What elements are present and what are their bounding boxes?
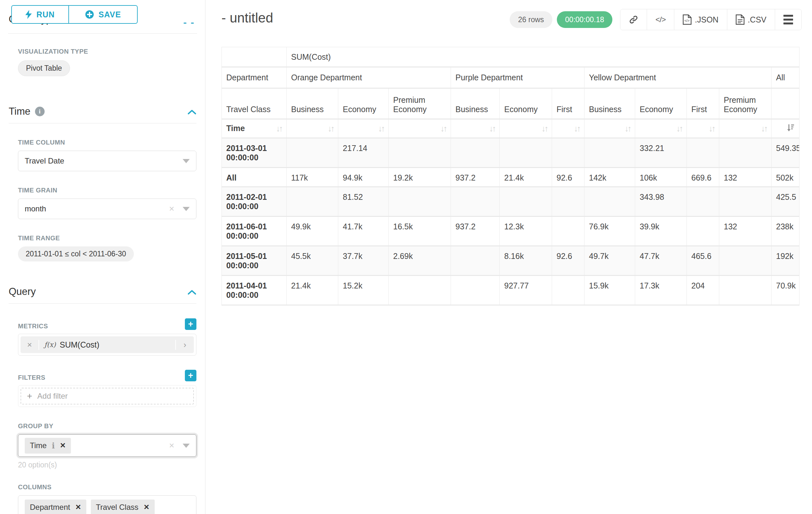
class-header: Economy bbox=[338, 88, 389, 119]
pivot-cell bbox=[287, 138, 338, 168]
view-query-button[interactable]: </> bbox=[647, 9, 674, 30]
metric-header: SUM(Cost) bbox=[287, 47, 800, 67]
pivot-cell bbox=[687, 217, 719, 246]
remove-tag-icon[interactable]: ✕ bbox=[75, 503, 81, 511]
chevron-down-icon bbox=[183, 444, 190, 448]
hamburger-icon bbox=[783, 15, 793, 24]
class-header: First bbox=[687, 88, 719, 119]
department-corner: Department bbox=[222, 67, 287, 88]
info-icon: i bbox=[52, 441, 55, 451]
add-filter-dropzone[interactable]: + Add filter bbox=[21, 388, 194, 404]
sort-cell: ↓↑ bbox=[389, 119, 451, 138]
panel-header: Chart Type RUN SAVE bbox=[0, 0, 205, 33]
class-header: Economy bbox=[635, 88, 687, 119]
pivot-cell: 49.7k bbox=[584, 246, 635, 276]
sort-icon[interactable]: ↓↑ bbox=[709, 124, 715, 134]
time-range-value[interactable]: 2011-01-01 ≤ col < 2011-06-30 bbox=[18, 246, 134, 262]
class-header: Business bbox=[584, 88, 635, 119]
pivot-cell: 132 bbox=[719, 217, 772, 246]
row-key: 2011-03-01 00:00:00 bbox=[222, 138, 287, 168]
remove-tag-icon[interactable]: ✕ bbox=[143, 503, 149, 511]
table-row: 2011-04-01 00:00:0021.4k15.2k927.7715.9k… bbox=[222, 276, 800, 305]
columns-select[interactable]: Department ✕ Travel Class ✕ × bbox=[18, 495, 196, 514]
remove-metric-icon[interactable]: × bbox=[21, 340, 39, 350]
sort-descending-icon[interactable] bbox=[786, 124, 795, 134]
sort-cell: ↓↑ bbox=[687, 119, 719, 138]
sort-icon[interactable]: ↓↑ bbox=[761, 124, 767, 134]
pivot-cell: 192k bbox=[772, 246, 800, 276]
pivot-cell bbox=[552, 138, 584, 168]
viz-type-value[interactable]: Pivot Table bbox=[18, 60, 70, 76]
add-filter-button[interactable]: + bbox=[185, 370, 196, 381]
pivot-cell: 669.6 bbox=[687, 168, 719, 187]
export-json-button[interactable]: </> .JSON bbox=[674, 9, 727, 30]
group-by-label: GROUP BY bbox=[18, 423, 196, 430]
columns-tag-travel-class[interactable]: Travel Class ✕ bbox=[91, 499, 155, 514]
pivot-cell bbox=[451, 187, 500, 217]
add-metric-button[interactable]: + bbox=[185, 318, 196, 330]
divider bbox=[9, 303, 196, 304]
sort-icon[interactable]: ↓↑ bbox=[489, 124, 495, 134]
pivot-cell bbox=[552, 187, 584, 217]
chevron-up-icon[interactable] bbox=[187, 106, 196, 117]
sort-icon[interactable]: ↓↑ bbox=[440, 124, 446, 134]
svg-text:</>: </> bbox=[684, 19, 689, 23]
pivot-cell: 94.9k bbox=[338, 168, 389, 187]
sort-icon[interactable]: ↓↑ bbox=[574, 124, 580, 134]
pivot-cell bbox=[451, 138, 500, 168]
collapsed-caret-dots bbox=[183, 23, 194, 24]
row-key: 2011-06-01 00:00:00 bbox=[222, 217, 287, 246]
pivot-cell: 238k bbox=[772, 217, 800, 246]
pivot-cell: 927.77 bbox=[500, 276, 552, 305]
group-header-all: All bbox=[772, 67, 800, 88]
class-header: Premium Economy bbox=[719, 88, 772, 119]
columns-label: COLUMNS bbox=[18, 484, 196, 491]
group-header-orange: Orange Department bbox=[287, 67, 451, 88]
sort-icon[interactable]: ↓↑ bbox=[276, 124, 282, 134]
expand-metric-icon[interactable]: › bbox=[175, 340, 194, 350]
save-button[interactable]: SAVE bbox=[69, 6, 137, 23]
run-button[interactable]: RUN bbox=[12, 6, 69, 23]
pivot-cell: 217.14 bbox=[338, 138, 389, 168]
export-csv-button[interactable]: .CSV bbox=[727, 9, 775, 30]
pivot-cell bbox=[719, 187, 772, 217]
time-column-select[interactable]: Travel Date bbox=[18, 151, 196, 171]
share-link-button[interactable] bbox=[620, 9, 647, 30]
lightning-icon bbox=[25, 10, 32, 19]
sort-icon[interactable]: ↓↑ bbox=[542, 124, 547, 134]
metrics-label: METRICS bbox=[18, 323, 48, 330]
pivot-cell: 12.3k bbox=[500, 217, 552, 246]
metric-item[interactable]: × ƒ(x) SUM(Cost) › bbox=[18, 334, 196, 356]
row-key: 2011-04-01 00:00:00 bbox=[222, 276, 287, 305]
sort-icon[interactable]: ↓↑ bbox=[625, 124, 630, 134]
group-by-select[interactable]: Time i ✕ × bbox=[18, 434, 196, 457]
group-by-tag-time[interactable]: Time i ✕ bbox=[25, 438, 71, 454]
pivot-cell bbox=[719, 276, 772, 305]
export-toolbar: </> </> .JSON .CSV bbox=[620, 9, 802, 30]
pivot-cell: 37.7k bbox=[338, 246, 389, 276]
sort-icon[interactable]: ↓↑ bbox=[676, 124, 682, 134]
time-grain-select[interactable]: month × bbox=[18, 198, 196, 219]
columns-tag-department[interactable]: Department ✕ bbox=[25, 499, 86, 514]
csv-label: .CSV bbox=[748, 15, 766, 24]
remove-tag-icon[interactable]: ✕ bbox=[60, 441, 66, 450]
pivot-cell: 502k bbox=[772, 168, 800, 187]
json-label: .JSON bbox=[695, 15, 719, 24]
row-key: 2011-05-01 00:00:00 bbox=[222, 246, 287, 276]
sort-icon[interactable]: ↓↑ bbox=[378, 124, 384, 134]
tag-label: Travel Class bbox=[96, 503, 138, 512]
clear-icon[interactable]: × bbox=[169, 440, 174, 451]
pivot-cell: 21.4k bbox=[287, 276, 338, 305]
pivot-cell bbox=[584, 138, 635, 168]
file-json-icon: </> bbox=[683, 15, 692, 25]
menu-button[interactable] bbox=[775, 9, 802, 30]
sort-cell: ↓↑ bbox=[552, 119, 584, 138]
sort-icon[interactable]: ↓↑ bbox=[328, 124, 334, 134]
pivot-cell: 92.6 bbox=[552, 168, 584, 187]
pivot-cell: 47.7k bbox=[635, 246, 687, 276]
class-header: First bbox=[552, 88, 584, 119]
clear-icon[interactable]: × bbox=[169, 204, 174, 214]
chevron-up-icon[interactable] bbox=[187, 286, 196, 297]
pivot-cell: 70.9k bbox=[772, 276, 800, 305]
pivot-cell: 343.98 bbox=[635, 187, 687, 217]
